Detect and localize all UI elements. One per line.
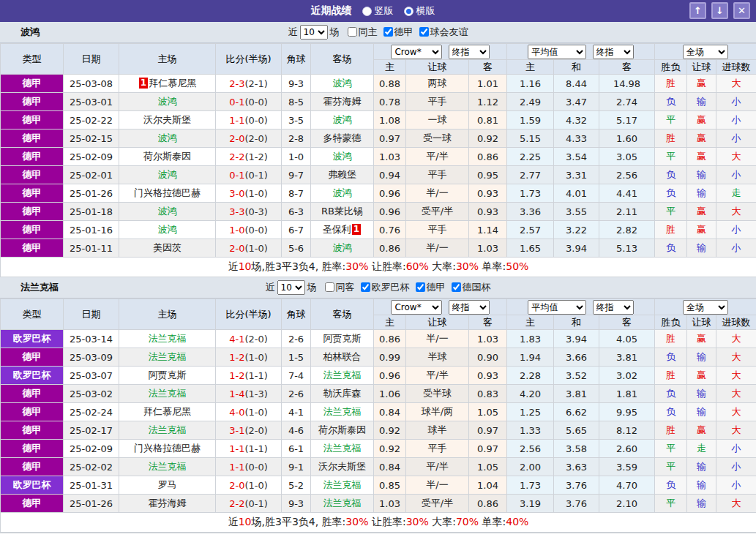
corner-count: 5-6: [282, 239, 311, 258]
result-goals: 大: [716, 330, 756, 348]
avg-draw-odds: 3.31: [554, 166, 599, 184]
odds-company-select[interactable]: Crow*: [391, 45, 442, 59]
avg-away-odds: 4.70: [599, 476, 655, 495]
subcol-goals-result: 进球数: [716, 60, 756, 75]
match-date: 25-02-01: [64, 166, 119, 184]
checkbox-input[interactable]: [383, 27, 393, 37]
handicap-home-odds: 0.92: [374, 421, 406, 440]
handicap-line: 平手: [406, 440, 469, 458]
handicap-home-odds: 0.92: [374, 440, 406, 458]
handicap-line: 半球: [406, 348, 469, 367]
avg-away-odds: 4.05: [599, 330, 655, 348]
result-goals: 大: [716, 348, 756, 367]
league-badge: 欧罗巴杯: [1, 367, 64, 385]
filter-checkbox-球会友谊[interactable]: 球会友谊: [415, 26, 468, 39]
team-name-text: 门兴格拉德巴赫: [134, 187, 201, 198]
team-name-text: 波鸿: [333, 114, 352, 125]
result-goals: 大: [716, 421, 756, 440]
radio-vertical-icon[interactable]: [362, 7, 372, 16]
result-handicap: 赢: [687, 75, 716, 93]
team-name-text: 法兰克福: [323, 406, 362, 417]
scope-select[interactable]: 全场: [683, 300, 728, 315]
handicap-away-odds: 0.86: [469, 148, 507, 166]
result-goals: 走: [716, 184, 756, 203]
layout-radio-horizontal[interactable]: 横版: [404, 4, 435, 18]
handicap-away-odds: 1.04: [469, 476, 507, 495]
match-score: 1-4(1-3): [216, 385, 282, 403]
away-team: 波鸿: [311, 184, 374, 203]
league-badge: 德甲: [1, 421, 64, 440]
filter-checkbox-同客[interactable]: 同客: [321, 281, 355, 294]
checkbox-input[interactable]: [361, 282, 370, 292]
team-name-text: 法兰克福: [149, 351, 187, 362]
filter-checkbox-德甲[interactable]: 德甲: [379, 26, 413, 39]
result-outcome: 平: [655, 495, 687, 513]
match-count-select[interactable]: 10: [277, 280, 305, 295]
home-team: 法兰克福: [119, 348, 216, 367]
result-outcome: 胜: [655, 330, 687, 348]
team-name-text: 波鸿: [158, 169, 177, 180]
match-date: 25-02-17: [64, 421, 119, 440]
radio-horizontal-icon[interactable]: [404, 7, 413, 16]
average-time-select[interactable]: 终指: [593, 300, 634, 315]
match-date: 25-01-11: [64, 239, 119, 258]
handicap-away-odds: 1.03: [469, 330, 507, 348]
handicap-home-odds: 1.06: [374, 385, 406, 403]
fulltime-score: 1-1: [229, 462, 244, 473]
halftime-score: (1-1): [244, 443, 267, 454]
handicap-home-odds: 0.86: [374, 239, 406, 258]
result-handicap: 输: [687, 348, 716, 367]
odds-company-select[interactable]: Crow*: [391, 300, 442, 315]
team-name-text: 法兰克福: [323, 479, 362, 490]
checkbox-input[interactable]: [452, 282, 461, 292]
scroll-down-button[interactable]: ↓: [711, 2, 728, 19]
handicap-time-select[interactable]: 终指: [449, 45, 490, 59]
handicap-line: 平/半: [406, 458, 469, 476]
avg-draw-odds: 3.55: [554, 203, 599, 221]
col-header-home: 主场: [119, 44, 216, 75]
handicap-home-odds: 0.84: [374, 403, 406, 421]
summary-segment: 30%: [456, 260, 479, 272]
average-odds-header: 平均值 终指: [507, 44, 655, 60]
filter-checkbox-德国杯[interactable]: 德国杯: [447, 281, 491, 294]
halftime-score: (1-0): [244, 407, 267, 418]
team-name-text: 法兰克福: [323, 369, 362, 380]
halftime-score: (0-1): [244, 170, 267, 181]
filter-checkbox-同主[interactable]: 同主: [343, 26, 378, 39]
handicap-home-odds: 1.03: [374, 495, 406, 513]
handicap-line: 半/一: [406, 239, 469, 258]
away-team: 法兰克福: [311, 495, 374, 513]
checkbox-input[interactable]: [348, 27, 357, 37]
filter-checkbox-欧罗巴杯[interactable]: 欧罗巴杯: [356, 281, 410, 294]
checkbox-input[interactable]: [416, 282, 425, 292]
average-time-select[interactable]: 终指: [593, 45, 634, 59]
scope-select[interactable]: 全场: [683, 45, 728, 59]
team-results-section: 法兰克福 近 10 场 同客欧罗巴杯德甲德国杯 类型 日期 主场 比分(半场: [0, 277, 756, 533]
recent-results-panel: 近期战绩 竖版 横版 ↑ ↓ ✕ 波鸿 近 10 场 同主德甲球会友谊: [0, 0, 756, 533]
avg-home-odds: 2.57: [507, 221, 554, 239]
handicap-time-select[interactable]: 终指: [449, 300, 490, 315]
filter-checkbox-德甲[interactable]: 德甲: [411, 281, 446, 294]
checkbox-input[interactable]: [325, 282, 334, 292]
col-header-corner: 角球: [282, 299, 311, 330]
corner-count: 9-1: [282, 458, 311, 476]
checkbox-label: 德甲: [394, 26, 413, 39]
col-header-away: 客场: [311, 44, 374, 75]
average-select[interactable]: 平均值: [528, 300, 586, 315]
close-button[interactable]: ✕: [733, 2, 750, 19]
match-score: 4-0(1-0): [216, 403, 282, 421]
match-count-select[interactable]: 10: [300, 25, 328, 40]
league-badge: 德甲: [1, 495, 64, 513]
match-score: 0-1(0-0): [216, 93, 282, 111]
scroll-up-button[interactable]: ↑: [689, 2, 706, 19]
average-select[interactable]: 平均值: [528, 45, 586, 59]
checkbox-input[interactable]: [419, 27, 429, 37]
match-date: 25-01-26: [64, 184, 119, 203]
result-handicap: 输: [687, 476, 716, 495]
subcol-handicap-away: 客: [469, 60, 507, 75]
filter-recent-label: 近: [266, 281, 275, 294]
layout-radio-vertical[interactable]: 竖版: [362, 4, 394, 18]
result-goals: 小: [716, 239, 756, 258]
league-badge: 德甲: [1, 93, 64, 111]
subcol-avg-away: 客: [599, 315, 655, 330]
